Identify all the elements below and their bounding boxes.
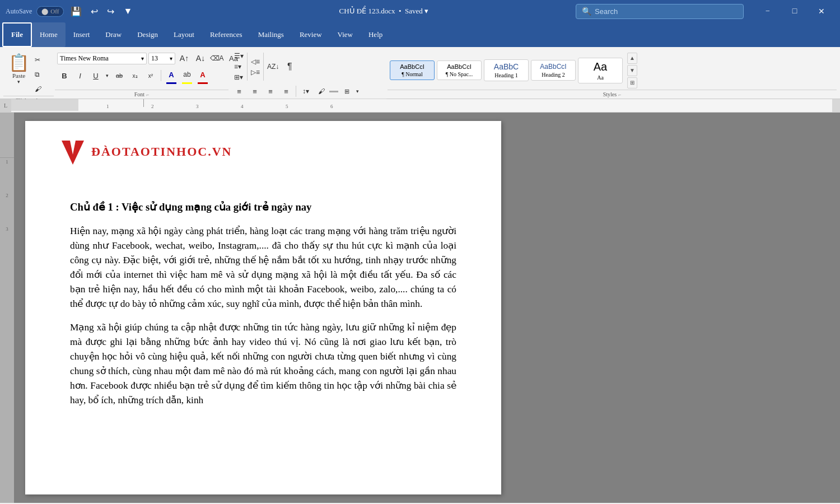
styles-content: AaBbCcI ¶ Normal AaBbCcI ¶ No Spac... Aa… [388,49,837,90]
style-h2-label: Heading 2 [537,72,570,78]
indent-decrease-button[interactable]: ◁≡ [249,57,262,67]
menu-references[interactable]: References [202,22,250,47]
ruler-corner: L [0,99,11,112]
autosave-label: AutoSave [6,7,32,16]
document-content[interactable]: Chủ đề 1 : Việc sử dụng mạng của giới tr… [70,199,456,408]
menu-home[interactable]: Home [32,22,66,47]
clipboard-content: 📋 Paste ▾ ✂ ⧉ 🖌 [3,49,54,96]
paragraph-mark-button[interactable]: ¶ [282,59,297,74]
font-size-selector[interactable]: 13 ▾ [148,53,175,64]
style-title[interactable]: Aa Aa [578,58,623,83]
superscript-button[interactable]: x² [143,68,158,83]
styles-scroll-up[interactable]: ▲ [627,53,637,64]
style-nospace-preview: AaBbCcI [443,63,475,70]
italic-button[interactable]: I [73,68,87,83]
saved-chevron[interactable]: ▾ [424,7,428,15]
menu-bar: File Home Insert Draw Design Layout Refe… [0,22,840,47]
bullets-button[interactable]: ☰▾ [232,51,246,61]
format-painter-button[interactable]: 🖌 [33,82,48,96]
menu-mailings[interactable]: Mailings [250,22,292,47]
menu-design[interactable]: Design [129,22,166,47]
highlight-color-btn[interactable]: ab [180,67,194,84]
menu-insert[interactable]: Insert [66,22,98,47]
maximize-button[interactable]: □ [782,2,808,20]
bold-button[interactable]: B [57,68,72,83]
indent-increase-button[interactable]: ▷≡ [249,67,262,77]
save-icon[interactable]: 💾 [68,5,84,18]
style-h2-preview: AaBbCcI [537,63,570,71]
text-color-btn[interactable]: A [195,67,210,84]
ruler-indent-marker [143,99,144,107]
menu-help[interactable]: Help [361,22,390,47]
underline-dropdown[interactable]: ▾ [103,68,111,83]
borders-dropdown[interactable]: ▾ [354,84,361,99]
document-area: 1 2 3 ĐÀOTAOTINHOC.VN Chủ đề 1 : Việc sử… [0,113,840,503]
underline-button[interactable]: U [88,68,103,83]
align-center-button[interactable]: ≡ [248,84,262,99]
styles-expand-icon[interactable]: ⌐ [618,92,621,97]
font-shrink-button[interactable]: A↓ [193,51,208,66]
font-color-button[interactable]: A [164,67,179,82]
text-color-button[interactable]: A [195,67,210,82]
paste-button[interactable]: 📋 Paste ▾ [6,51,32,96]
align-right-button[interactable]: ≡ [263,84,278,99]
saved-status: Saved [405,7,423,15]
redo-icon[interactable]: ↪ [105,5,116,18]
style-normal-label: ¶ Normal [396,71,428,77]
line-spacing-button[interactable]: ↕▾ [298,84,313,99]
autosave-toggle[interactable]: ⬤ Off [36,6,64,17]
style-normal[interactable]: AaBbCcI ¶ Normal [390,60,435,80]
clear-format-button[interactable]: ⌫A [209,51,224,66]
style-heading1[interactable]: AaBbC Heading 1 [484,59,529,81]
align-left-button[interactable]: ≡ [232,84,246,99]
minimize-button[interactable]: − [755,2,781,20]
toggle-indicator: ⬤ [41,8,48,15]
customize-qat-icon[interactable]: ▼ [121,5,134,17]
copy-button[interactable]: ⧉ [33,68,48,81]
ruler-number-area: 1 2 3 [0,124,14,260]
numbering-button[interactable]: ≡▾ [232,62,246,72]
subscript-button[interactable]: x₂ [128,68,142,83]
multilevel-button[interactable]: ⊞▾ [232,72,246,82]
font-expand-icon[interactable]: ⌐ [146,92,149,97]
menu-view[interactable]: View [330,22,361,47]
menu-review[interactable]: Review [292,22,330,47]
justify-button[interactable]: ≡ [279,84,293,99]
paragraph-content: ☰▾ ≡▾ ⊞▾ ◁≡ ▷≡ AZ↓ ¶ ≡ [230,49,386,99]
doc-scroll-area: ĐÀOTAOTINHOC.VN Chủ đề 1 : Việc sử dụng … [14,113,840,503]
highlight-button[interactable]: ab [180,67,194,82]
paste-dropdown-icon: ▾ [17,79,20,85]
shading-button[interactable]: 🖌 [314,84,329,99]
font-label-text: Font [134,91,144,97]
left-page-ruler: 1 2 3 [0,113,14,503]
styles-scroll-down[interactable]: ▼ [627,65,637,76]
window-controls: − □ ✕ [755,2,834,20]
style-title-preview: Aa [584,60,617,73]
ruler-corner-icon: L [4,102,7,109]
font-name-dropdown-icon: ▾ [141,55,144,62]
font-grow-button[interactable]: A↑ [177,51,192,66]
ruler-mark-6: 6 [330,104,333,109]
styles-more[interactable]: ⊞ [627,77,637,88]
style-heading2[interactable]: AaBbCcI Heading 2 [531,60,576,81]
document-title: CHỦ ĐỀ 123.docx • Saved ▾ [198,7,570,16]
menu-file[interactable]: File [2,22,32,47]
search-input[interactable] [595,7,729,16]
ribbon: 📋 Paste ▾ ✂ ⧉ 🖌 Clipboard [0,47,840,99]
close-button[interactable]: ✕ [809,2,834,20]
cut-button[interactable]: ✂ [33,53,48,67]
undo-icon[interactable]: ↩ [88,5,100,18]
font-name-selector[interactable]: Times New Roma ▾ [57,53,147,64]
font-size-dropdown-icon: ▾ [170,55,172,62]
format-painter-icon: 🖌 [35,85,41,93]
menu-draw[interactable]: Draw [97,22,129,47]
borders-button[interactable]: ⊞ [339,84,354,99]
strikethrough-button[interactable]: ab [112,68,127,83]
title-bar-left: AutoSave ⬤ Off 💾 ↩ ↪ ▼ [6,5,192,18]
menu-layout[interactable]: Layout [166,22,202,47]
filename: CHỦ ĐỀ 123.docx [339,7,395,15]
search-box[interactable]: 🔍 [576,4,744,19]
style-no-space[interactable]: AaBbCcI ¶ No Spac... [437,60,482,80]
sort-button[interactable]: AZ↓ [265,62,281,72]
font-color-btn[interactable]: A [164,67,179,84]
